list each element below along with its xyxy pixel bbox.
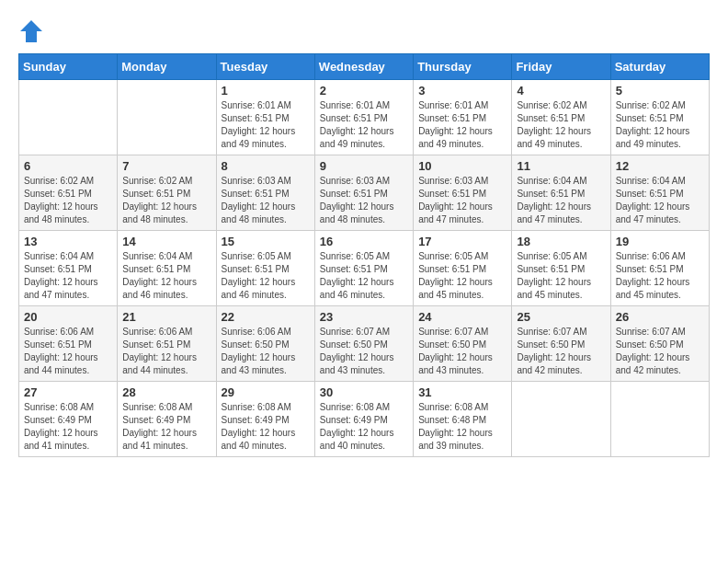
day-info: Sunrise: 6:05 AM Sunset: 6:51 PM Dayligh… — [320, 250, 408, 302]
day-info: Sunrise: 6:08 AM Sunset: 6:49 PM Dayligh… — [24, 401, 112, 453]
calendar-week-row: 27Sunrise: 6:08 AM Sunset: 6:49 PM Dayli… — [19, 382, 710, 457]
day-number: 31 — [418, 385, 506, 399]
day-info: Sunrise: 6:01 AM Sunset: 6:51 PM Dayligh… — [222, 99, 310, 151]
day-number: 5 — [616, 84, 704, 98]
day-number: 16 — [320, 235, 408, 248]
calendar-day-cell: 1Sunrise: 6:01 AM Sunset: 6:51 PM Daylig… — [216, 80, 314, 155]
day-info: Sunrise: 6:08 AM Sunset: 6:49 PM Dayligh… — [320, 401, 408, 453]
day-info: Sunrise: 6:06 AM Sunset: 6:51 PM Dayligh… — [616, 250, 704, 302]
day-number: 27 — [24, 385, 112, 399]
weekday-header: Wednesday — [314, 54, 413, 80]
day-info: Sunrise: 6:07 AM Sunset: 6:50 PM Dayligh… — [517, 326, 605, 377]
calendar-day-cell: 20Sunrise: 6:06 AM Sunset: 6:51 PM Dayli… — [19, 306, 118, 382]
day-number: 14 — [122, 235, 210, 248]
day-number: 2 — [320, 84, 408, 98]
day-info: Sunrise: 6:04 AM Sunset: 6:51 PM Dayligh… — [517, 175, 605, 226]
weekday-header: Thursday — [414, 54, 512, 80]
weekday-header: Saturday — [610, 54, 709, 80]
day-info: Sunrise: 6:03 AM Sunset: 6:51 PM Dayligh… — [418, 175, 506, 226]
calendar-day-cell: 16Sunrise: 6:05 AM Sunset: 6:51 PM Dayli… — [314, 231, 413, 306]
day-info: Sunrise: 6:04 AM Sunset: 6:51 PM Dayligh… — [122, 250, 210, 302]
calendar-day-cell: 6Sunrise: 6:02 AM Sunset: 6:51 PM Daylig… — [19, 155, 118, 231]
day-number: 3 — [418, 84, 506, 98]
calendar-day-cell: 3Sunrise: 6:01 AM Sunset: 6:51 PM Daylig… — [414, 80, 512, 155]
day-number: 28 — [122, 385, 210, 399]
day-info: Sunrise: 6:05 AM Sunset: 6:51 PM Dayligh… — [418, 250, 506, 302]
day-info: Sunrise: 6:07 AM Sunset: 6:50 PM Dayligh… — [418, 326, 506, 377]
calendar-day-cell — [19, 80, 118, 155]
day-number: 12 — [616, 159, 704, 173]
day-number: 30 — [320, 385, 408, 399]
day-info: Sunrise: 6:05 AM Sunset: 6:51 PM Dayligh… — [222, 250, 310, 302]
calendar-day-cell: 4Sunrise: 6:02 AM Sunset: 6:51 PM Daylig… — [512, 80, 610, 155]
calendar-day-cell: 12Sunrise: 6:04 AM Sunset: 6:51 PM Dayli… — [610, 155, 709, 231]
day-number: 29 — [222, 385, 310, 399]
calendar-day-cell: 7Sunrise: 6:02 AM Sunset: 6:51 PM Daylig… — [118, 155, 216, 231]
calendar-week-row: 20Sunrise: 6:06 AM Sunset: 6:51 PM Dayli… — [19, 306, 710, 382]
calendar-day-cell: 11Sunrise: 6:04 AM Sunset: 6:51 PM Dayli… — [512, 155, 610, 231]
day-number: 20 — [24, 310, 112, 324]
calendar-day-cell: 31Sunrise: 6:08 AM Sunset: 6:48 PM Dayli… — [414, 382, 512, 457]
day-number: 13 — [24, 235, 112, 248]
calendar-header-row: SundayMondayTuesdayWednesdayThursdayFrid… — [19, 54, 710, 80]
day-number: 10 — [418, 159, 506, 173]
calendar-day-cell — [118, 80, 216, 155]
day-info: Sunrise: 6:08 AM Sunset: 6:49 PM Dayligh… — [122, 401, 210, 453]
day-info: Sunrise: 6:06 AM Sunset: 6:51 PM Dayligh… — [122, 326, 210, 377]
calendar-day-cell: 25Sunrise: 6:07 AM Sunset: 6:50 PM Dayli… — [512, 306, 610, 382]
calendar-day-cell: 21Sunrise: 6:06 AM Sunset: 6:51 PM Dayli… — [118, 306, 216, 382]
day-number: 6 — [24, 159, 112, 173]
calendar-day-cell: 14Sunrise: 6:04 AM Sunset: 6:51 PM Dayli… — [118, 231, 216, 306]
logo — [18, 18, 48, 44]
calendar-day-cell: 15Sunrise: 6:05 AM Sunset: 6:51 PM Dayli… — [216, 231, 314, 306]
calendar-table: SundayMondayTuesdayWednesdayThursdayFrid… — [18, 53, 710, 457]
calendar-day-cell: 29Sunrise: 6:08 AM Sunset: 6:49 PM Dayli… — [216, 382, 314, 457]
day-info: Sunrise: 6:08 AM Sunset: 6:48 PM Dayligh… — [418, 401, 506, 453]
calendar-day-cell: 5Sunrise: 6:02 AM Sunset: 6:51 PM Daylig… — [610, 80, 709, 155]
calendar-day-cell — [610, 382, 709, 457]
weekday-header: Monday — [118, 54, 216, 80]
logo-icon — [18, 18, 44, 44]
calendar-day-cell: 8Sunrise: 6:03 AM Sunset: 6:51 PM Daylig… — [216, 155, 314, 231]
day-number: 8 — [222, 159, 310, 173]
day-info: Sunrise: 6:04 AM Sunset: 6:51 PM Dayligh… — [616, 175, 704, 226]
day-info: Sunrise: 6:01 AM Sunset: 6:51 PM Dayligh… — [320, 99, 408, 151]
day-number: 7 — [122, 159, 210, 173]
day-number: 22 — [222, 310, 310, 324]
day-number: 18 — [517, 235, 605, 248]
day-number: 4 — [517, 84, 605, 98]
day-info: Sunrise: 6:03 AM Sunset: 6:51 PM Dayligh… — [222, 175, 310, 226]
calendar-week-row: 6Sunrise: 6:02 AM Sunset: 6:51 PM Daylig… — [19, 155, 710, 231]
day-info: Sunrise: 6:05 AM Sunset: 6:51 PM Dayligh… — [517, 250, 605, 302]
calendar-day-cell: 30Sunrise: 6:08 AM Sunset: 6:49 PM Dayli… — [314, 382, 413, 457]
day-number: 11 — [517, 159, 605, 173]
calendar-day-cell: 27Sunrise: 6:08 AM Sunset: 6:49 PM Dayli… — [19, 382, 118, 457]
day-number: 24 — [418, 310, 506, 324]
day-info: Sunrise: 6:08 AM Sunset: 6:49 PM Dayligh… — [222, 401, 310, 453]
calendar-day-cell: 26Sunrise: 6:07 AM Sunset: 6:50 PM Dayli… — [610, 306, 709, 382]
day-number: 21 — [122, 310, 210, 324]
calendar-day-cell: 23Sunrise: 6:07 AM Sunset: 6:50 PM Dayli… — [314, 306, 413, 382]
weekday-header: Friday — [512, 54, 610, 80]
calendar-day-cell: 13Sunrise: 6:04 AM Sunset: 6:51 PM Dayli… — [19, 231, 118, 306]
day-number: 15 — [222, 235, 310, 248]
day-info: Sunrise: 6:02 AM Sunset: 6:51 PM Dayligh… — [24, 175, 112, 226]
day-info: Sunrise: 6:07 AM Sunset: 6:50 PM Dayligh… — [320, 326, 408, 377]
calendar-day-cell: 9Sunrise: 6:03 AM Sunset: 6:51 PM Daylig… — [314, 155, 413, 231]
day-number: 25 — [517, 310, 605, 324]
day-info: Sunrise: 6:02 AM Sunset: 6:51 PM Dayligh… — [616, 99, 704, 151]
calendar-day-cell: 18Sunrise: 6:05 AM Sunset: 6:51 PM Dayli… — [512, 231, 610, 306]
calendar-day-cell: 2Sunrise: 6:01 AM Sunset: 6:51 PM Daylig… — [314, 80, 413, 155]
day-number: 9 — [320, 159, 408, 173]
day-number: 17 — [418, 235, 506, 248]
day-info: Sunrise: 6:03 AM Sunset: 6:51 PM Dayligh… — [320, 175, 408, 226]
calendar-day-cell: 24Sunrise: 6:07 AM Sunset: 6:50 PM Dayli… — [414, 306, 512, 382]
weekday-header: Tuesday — [216, 54, 314, 80]
svg-marker-0 — [20, 20, 42, 42]
calendar-day-cell: 28Sunrise: 6:08 AM Sunset: 6:49 PM Dayli… — [118, 382, 216, 457]
calendar-day-cell: 17Sunrise: 6:05 AM Sunset: 6:51 PM Dayli… — [414, 231, 512, 306]
day-info: Sunrise: 6:02 AM Sunset: 6:51 PM Dayligh… — [517, 99, 605, 151]
day-info: Sunrise: 6:07 AM Sunset: 6:50 PM Dayligh… — [616, 326, 704, 377]
day-info: Sunrise: 6:02 AM Sunset: 6:51 PM Dayligh… — [122, 175, 210, 226]
weekday-header: Sunday — [19, 54, 118, 80]
